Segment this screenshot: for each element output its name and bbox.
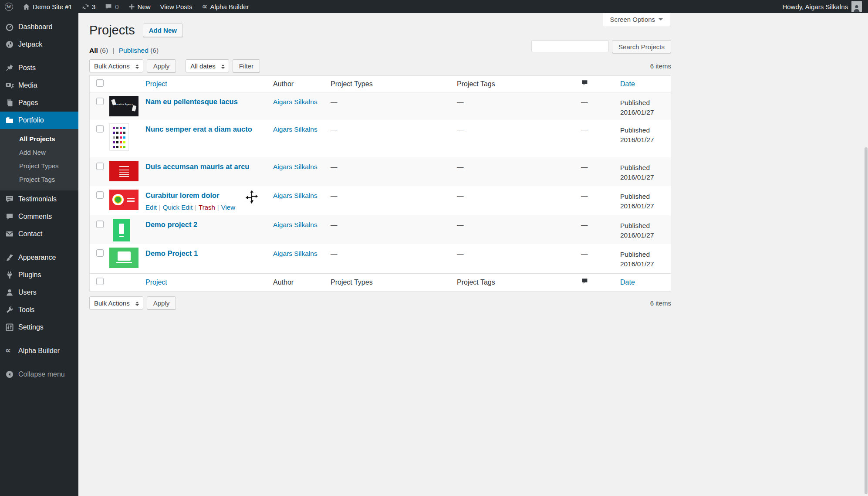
quick-edit-action-link[interactable]: Quick Edit [163,204,193,211]
trash-action-link[interactable]: Trash [199,204,215,211]
apply-button[interactable]: Apply [147,296,176,309]
plus-icon [128,3,135,10]
status-text: Published [620,126,650,134]
dates-filter-select[interactable]: All dates [186,59,229,72]
sidebar-item-jetpack[interactable]: Jetpack [0,36,78,53]
date-text: 2016/01/27 [620,136,654,143]
project-title-link[interactable]: Nam eu pellentesque lacus [145,98,238,105]
table-row: Curabitur lorem dolor Edit|Quick Edit|Tr… [90,186,671,215]
sidebar-item-portfolio[interactable]: Portfolio [0,112,78,129]
project-title-link[interactable]: Duis accumsan mauris at arcu [145,163,249,170]
date-text: 2016/01/27 [620,202,654,210]
author-link[interactable]: Aigars Silkalns [273,126,317,133]
row-checkbox[interactable] [96,125,104,132]
portfolio-submenu: All Projects Add New Project Types Proje… [0,129,78,190]
admin-bar-spacer [254,0,779,13]
project-thumbnail[interactable] [109,190,138,210]
sidebar-item-posts[interactable]: Posts [0,59,78,77]
submenu-project-types[interactable]: Project Types [0,159,78,173]
author-link[interactable]: Aigars Silkalns [273,192,317,199]
add-new-button[interactable]: Add New [143,24,183,37]
view-all-link[interactable]: All [89,47,98,54]
sidebar-item-testimonials[interactable]: Testimonials [0,190,78,208]
sort-project-column[interactable]: Project [145,279,167,286]
project-thumbnail[interactable] [113,219,130,241]
submenu-all-projects[interactable]: All Projects [0,132,78,146]
row-checkbox[interactable] [96,163,104,170]
types-value: — [331,126,338,133]
submenu-project-tags[interactable]: Project Tags [0,173,78,186]
project-thumbnail[interactable] [109,123,129,151]
sidebar-item-users[interactable]: Users [0,284,78,301]
sidebar-item-settings[interactable]: Settings [0,319,78,336]
filter-button[interactable]: Filter [233,59,260,72]
edit-action-link[interactable]: Edit [145,204,157,211]
types-column-header: Project Types [331,80,457,88]
author-link[interactable]: Aigars Silkalns [273,221,317,228]
sidebar-item-appearance[interactable]: Appearance [0,249,78,266]
author-link[interactable]: Aigars Silkalns [273,250,317,257]
project-title-link[interactable]: Nunc semper erat a diam aucto [145,125,252,133]
select-all-checkbox[interactable] [96,278,104,285]
row-checkbox[interactable] [96,249,104,257]
types-value: — [331,192,338,199]
sort-date-column[interactable]: Date [620,80,635,88]
row-checkbox[interactable] [96,191,104,199]
alpha-builder-icon: ∝ [5,347,14,355]
wp-logo-menu[interactable]: W [0,0,18,13]
new-content-menu[interactable]: New [124,0,155,13]
updates-menu[interactable]: 3 [77,0,100,13]
sidebar-item-comments[interactable]: Comments [0,208,78,225]
envelope-icon [5,230,14,238]
media-icon [5,81,14,90]
project-thumbnail[interactable] [109,161,138,181]
status-text: Published [620,99,650,106]
project-thumbnail[interactable]: Creative Agency [109,96,138,116]
view-all-count: (6) [100,47,108,54]
view-published-link[interactable]: Published [119,47,149,54]
project-title-link[interactable]: Demo Project 1 [145,249,198,257]
updates-icon [82,3,89,10]
view-posts-label: View Posts [160,3,193,10]
sort-date-column[interactable]: Date [620,279,635,286]
view-posts-menu[interactable]: View Posts [155,0,197,13]
table-row: Demo Project 1 Aigars Silkalns — — — Pub… [90,244,671,273]
submenu-add-new[interactable]: Add New [0,146,78,159]
vertical-scrollbar[interactable] [865,147,868,494]
author-link[interactable]: Aigars Silkalns [273,163,317,170]
project-title-link[interactable]: Demo project 2 [145,221,197,228]
apply-button[interactable]: Apply [147,59,176,72]
author-link[interactable]: Aigars Silkalns [273,98,317,105]
bulk-actions-select[interactable]: Bulk Actions [89,59,143,72]
types-column-header: Project Types [331,279,457,286]
alpha-builder-menu[interactable]: ∝ Alpha Builder [197,0,254,13]
sidebar-item-plugins[interactable]: Plugins [0,266,78,284]
site-name-menu[interactable]: Demo Site #1 [18,0,77,13]
my-account-menu[interactable]: Howdy, Aigars Silkalns [779,0,868,13]
select-all-checkbox[interactable] [96,79,104,87]
comments-value: — [581,221,588,228]
page-wrap: Screen Options Projects Add New Search P… [89,13,671,309]
search-input[interactable] [531,40,609,52]
thumbnail-art [118,251,131,261]
sidebar-item-pages[interactable]: Pages [0,94,78,112]
sidebar-item-contact[interactable]: Contact [0,225,78,243]
sidebar-item-tools[interactable]: Tools [0,301,78,319]
select-arrows-icon [135,300,139,308]
sort-project-column[interactable]: Project [145,80,167,88]
comments-menu[interactable]: 0 [100,0,123,13]
bulk-actions-select[interactable]: Bulk Actions [89,296,143,309]
sidebar-item-alpha-builder[interactable]: ∝ Alpha Builder [0,342,78,360]
types-value: — [331,98,338,105]
search-projects-button[interactable]: Search Projects [612,40,671,53]
view-action-link[interactable]: View [221,204,235,211]
sidebar-item-dashboard[interactable]: Dashboard [0,18,78,36]
project-title-link[interactable]: Curabitur lorem dolor [145,191,220,199]
row-checkbox[interactable] [96,98,104,105]
sidebar-item-media[interactable]: Media [0,77,78,94]
dashboard-icon [5,23,14,31]
screen-options-button[interactable]: Screen Options [603,13,670,27]
project-thumbnail[interactable] [109,248,138,268]
collapse-menu-button[interactable]: Collapse menu [0,366,78,383]
row-checkbox[interactable] [96,221,104,228]
